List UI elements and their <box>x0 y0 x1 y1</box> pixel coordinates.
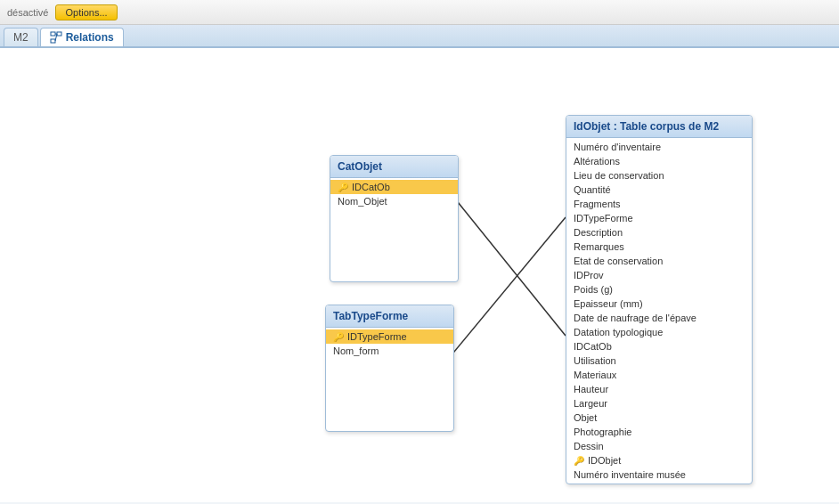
options-button[interactable]: Options... <box>55 4 117 20</box>
svg-line-5 <box>454 198 566 336</box>
key-icon-idcatob: 🔑 <box>338 183 348 192</box>
idobjet-field-13: Date de naufrage de l'épave <box>566 311 752 325</box>
idobjet-field-5: Fragments <box>566 197 752 211</box>
idobjet-field-9: Etat de conservation <box>566 254 752 268</box>
idobjet-field-4: Quantité <box>566 183 752 197</box>
idobjet-field-16: Utilisation <box>566 354 752 368</box>
tab-relations-label: Relations <box>66 31 114 44</box>
idobjet-field-1: Numéro d'inventaire <box>566 140 752 154</box>
idobjet-field-8: Remarques <box>566 240 752 254</box>
tabtypeforme-field-nomform: Nom_form <box>326 344 453 358</box>
status-text: désactivé <box>7 7 48 18</box>
main-canvas: CatObjet 🔑 IDCatOb Nom_Objet TabTypeForm… <box>0 48 839 502</box>
tab-bar: M2 Relations <box>0 25 839 48</box>
toolbar: désactivé Options... <box>0 0 839 25</box>
idobjet-field-3: Lieu de conservation <box>566 168 752 183</box>
idobjet-header: IdObjet : Table corpus de M2 <box>566 116 752 138</box>
catobjet-header: CatObjet <box>330 156 458 178</box>
idobjet-field-17: Materiaux <box>566 368 752 382</box>
idobjet-table: IdObjet : Table corpus de M2 Numéro d'in… <box>566 115 753 484</box>
svg-rect-1 <box>57 32 61 36</box>
tabtypeforme-field-idtypeforme: 🔑 IDTypeForme <box>326 329 453 344</box>
idobjet-field-19: Largeur <box>566 396 752 411</box>
key-icon-idtypeforme: 🔑 <box>333 332 344 342</box>
idobjet-field-6: IDTypeForme <box>566 211 752 225</box>
tab-relations[interactable]: Relations <box>40 28 124 46</box>
idobjet-field-23: Numéro inventaire musée <box>566 467 752 482</box>
idobjet-field-15: IDCatOb <box>566 339 752 354</box>
idobjet-field-20: Objet <box>566 411 752 425</box>
tabtypeforme-body: 🔑 IDTypeForme Nom_form <box>326 328 453 431</box>
svg-rect-0 <box>51 32 55 36</box>
idobjet-field-21: Photographie <box>566 425 752 439</box>
idobjet-field-11: Poids (g) <box>566 282 752 297</box>
idobjet-field-22: Dessin <box>566 439 752 453</box>
tabtypeforme-header: TabTypeForme <box>326 305 453 328</box>
catobjet-field-nomobjet: Nom_Objet <box>330 194 458 208</box>
svg-line-6 <box>450 217 566 357</box>
relations-icon <box>50 31 62 44</box>
tab-m2[interactable]: M2 <box>4 28 38 46</box>
idobjet-field-idobjet: 🔑 IDObjet <box>566 453 752 467</box>
idobjet-field-18: Hauteur <box>566 382 752 396</box>
idobjet-body: Numéro d'inventaire Altérations Lieu de … <box>566 138 752 484</box>
idobjet-field-10: IDProv <box>566 268 752 282</box>
tab-m2-label: M2 <box>13 31 29 44</box>
tabtypeforme-table: TabTypeForme 🔑 IDTypeForme Nom_form <box>325 305 454 432</box>
svg-rect-3 <box>51 39 55 43</box>
key-icon-idobjet: 🔑 <box>574 456 584 466</box>
idobjet-field-12: Epaisseur (mm) <box>566 297 752 311</box>
catobjet-field-idcatob: 🔑 IDCatOb <box>330 180 458 194</box>
catobjet-body: 🔑 IDCatOb Nom_Objet <box>330 178 458 281</box>
idobjet-field-2: Altérations <box>566 154 752 168</box>
idobjet-field-14: Datation typologique <box>566 325 752 339</box>
catobjet-table: CatObjet 🔑 IDCatOb Nom_Objet <box>330 155 459 282</box>
idobjet-field-7: Description <box>566 225 752 240</box>
